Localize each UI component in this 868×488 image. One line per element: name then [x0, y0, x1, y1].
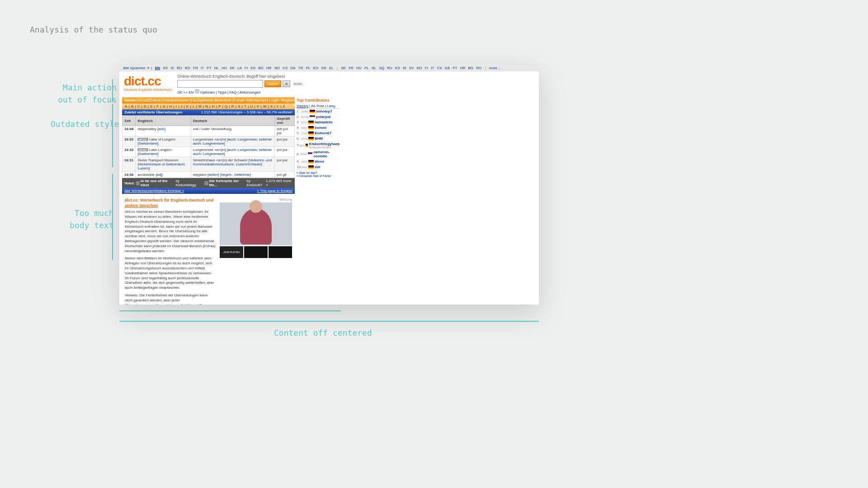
nav-about[interactable]: About/Extras — [137, 98, 161, 103]
lang-link[interactable]: SQ — [379, 66, 384, 70]
lang-link[interactable]: ES — [395, 66, 400, 70]
lang-link[interactable]: RU — [387, 66, 392, 70]
english-page-link[interactable]: » This page in English — [257, 189, 292, 193]
alpha-link[interactable]: L — [193, 104, 194, 108]
tab-alltime[interactable]: All-Time — [311, 104, 324, 108]
alpha-link[interactable]: K — [186, 104, 189, 108]
hall-of-fame-link[interactable]: » Gesamte Hall of Fame — [297, 174, 340, 178]
nav-benutzer[interactable]: Benutzer — [215, 98, 231, 103]
all-dicts-link[interactable]: Alle Wörterbücher — [124, 189, 153, 193]
alpha-link[interactable]: O — [212, 104, 214, 108]
nav-fach[interactable]: Fachgebiete — [191, 98, 213, 103]
other-langs-link[interactable]: andere Sprachen — [125, 203, 158, 208]
faq-link[interactable]: FAQ — [229, 90, 236, 94]
alpha-link[interactable]: X — [270, 104, 273, 108]
contributor-row[interactable]: 4(923)bommi — [297, 125, 340, 131]
contributor-row[interactable]: 2(5249)polarjud — [297, 114, 340, 120]
lang-link[interactable]: EL — [329, 66, 334, 70]
options-link[interactable]: Optionen — [200, 90, 215, 94]
lang-link[interactable]: SV — [409, 66, 414, 70]
lang-link[interactable]: IT — [201, 66, 204, 70]
tab-lang[interactable]: Lang. — [327, 104, 336, 108]
tab-weekly[interactable]: Weekly — [297, 104, 308, 108]
abbrev-link[interactable]: Abkürzungen — [240, 90, 261, 94]
lang-link[interactable]: NO — [274, 66, 280, 70]
table-row[interactable]: 16:48desperately {adv}voll / voller Verz… — [123, 126, 295, 136]
table-row[interactable]: 16:32geogr. Lake of Lungern [Switzerland… — [123, 136, 295, 147]
lang-link[interactable]: BG — [468, 66, 473, 70]
lang-link[interactable]: SR — [321, 66, 326, 70]
alpha-link[interactable]: U — [250, 104, 253, 108]
alpha-link[interactable]: T — [244, 104, 246, 108]
nav-forum[interactable]: Forum — [233, 98, 245, 103]
lang-link[interactable]: PT — [453, 66, 457, 70]
lang-link[interactable]: HU — [222, 66, 227, 70]
contributor-row[interactable]: 3(973)Halmafelix — [297, 120, 340, 125]
lang-link[interactable]: FR — [349, 66, 354, 70]
table-row[interactable]: 16:31Swiss Transport Museum [Verkehrshau… — [123, 157, 295, 172]
lang-link[interactable]: BG — [258, 66, 264, 70]
alpha-link[interactable]: G — [163, 104, 165, 108]
lang-link[interactable]: IS — [403, 66, 406, 70]
lang-link[interactable]: SK — [341, 66, 346, 70]
what-is-this-link[interactable]: » Was ist das? — [297, 171, 340, 174]
alpha-link[interactable]: S — [238, 104, 240, 108]
alpha-link[interactable]: Y — [277, 104, 279, 108]
alpha-link[interactable]: N — [205, 104, 208, 108]
voice-right[interactable]: Die Kehrseite der Me... — [209, 179, 246, 187]
contributor-row[interactable]: 6(700)BHM — [297, 136, 340, 141]
nav-login[interactable]: Login — [269, 98, 279, 103]
lang-link[interactable]: CS — [437, 66, 442, 70]
lang-link[interactable]: NL — [372, 66, 376, 70]
alpha-link[interactable]: J — [181, 104, 183, 108]
lang-link[interactable]: FR — [193, 66, 198, 70]
sound-icon[interactable] — [136, 181, 140, 185]
nav-vokabel[interactable]: Vokabeltrainer — [163, 98, 189, 103]
alpha-link[interactable]: P — [218, 104, 221, 108]
video-thumb[interactable]: ‹ NOW PLAYING — [220, 246, 243, 258]
lang-link[interactable]: PL — [364, 66, 369, 70]
clear-button[interactable]: X — [283, 80, 290, 87]
lang-link[interactable]: DA — [445, 66, 450, 70]
video-thumb[interactable] — [244, 246, 268, 258]
alpha-link[interactable]: H — [169, 104, 172, 108]
lang-link[interactable]: RO — [476, 66, 481, 70]
contributor-row[interactable]: 10(399)ddr — [297, 164, 340, 170]
lang-link[interactable]: TR — [298, 66, 303, 70]
lang-link[interactable]: HR — [266, 66, 272, 70]
lang-link[interactable]: IT — [431, 66, 434, 70]
contributor-row[interactable]: 5(713)Enduro67 — [297, 131, 340, 136]
tips-link[interactable]: Tipps — [218, 90, 226, 94]
lang-link[interactable]: CS — [283, 66, 288, 70]
video-player[interactable] — [220, 202, 292, 245]
lang-link[interactable]: HR — [460, 66, 466, 70]
alpha-link[interactable]: W — [263, 104, 267, 108]
lang-link[interactable]: LA — [237, 66, 242, 70]
lang-link[interactable]: NL — [214, 66, 219, 70]
swap-icon[interactable] — [195, 89, 199, 94]
lang-link[interactable]: FI — [245, 66, 248, 70]
lang-toggle[interactable]: DE <> EN — [177, 90, 193, 94]
contributor-row[interactable]: 7(643)Kiskunfelegyhazalibrarycattranslat… — [297, 141, 340, 150]
alpha-link[interactable]: Z — [283, 104, 285, 108]
sound-icon[interactable] — [204, 181, 208, 185]
lang-link[interactable]: SK — [230, 66, 235, 70]
alpha-link[interactable]: V — [257, 104, 259, 108]
lang-link[interactable]: RO — [185, 66, 190, 70]
search-button[interactable]: Suche — [264, 80, 281, 87]
nav-mitmachen[interactable]: Mitmachen! — [247, 98, 269, 103]
alpha-link[interactable]: D — [144, 104, 146, 108]
umlaut-helper[interactable]: äöüß... — [293, 82, 305, 86]
lang-link[interactable]: HU — [356, 66, 362, 70]
lang-link[interactable]: EO — [313, 66, 319, 70]
voice-more[interactable]: 1.273.493 more » — [266, 179, 292, 187]
video-thumb[interactable] — [269, 246, 292, 258]
alpha-link[interactable]: Q — [225, 104, 227, 108]
lang-link[interactable]: NO — [417, 66, 422, 70]
lang-link[interactable]: IS — [170, 66, 174, 70]
contributor-row[interactable]: 1(5986)imhotep7 — [297, 109, 340, 114]
logo[interactable]: dict.cc Deutsch-Englisch-Wörterbuch — [124, 74, 172, 92]
alpha-link[interactable]: C — [137, 104, 140, 108]
nav-home[interactable]: Home — [124, 98, 136, 103]
alpha-link[interactable]: B — [131, 104, 133, 108]
